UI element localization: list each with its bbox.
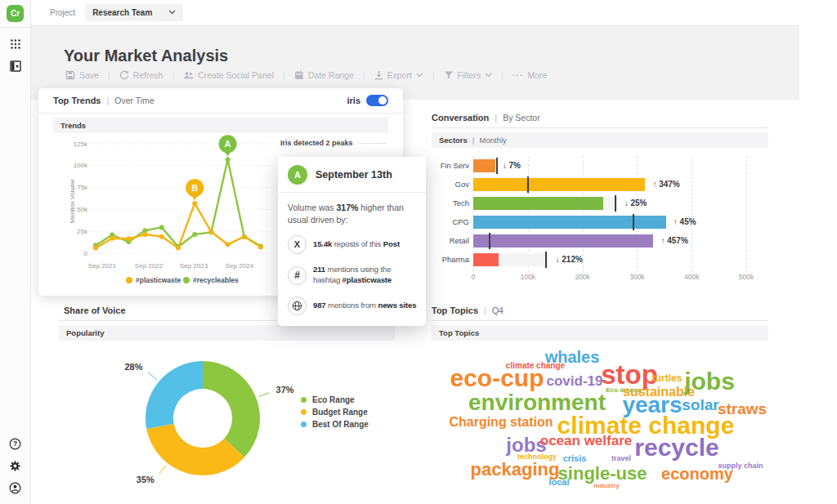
sector-axis-tick: 200k bbox=[575, 273, 589, 281]
brand-logo[interactable]: Cr bbox=[7, 5, 24, 22]
cloud-word[interactable]: crisis bbox=[563, 454, 587, 463]
legend-dot bbox=[301, 409, 307, 415]
cloud-word[interactable]: jobs bbox=[684, 369, 735, 394]
cloud-word[interactable]: single-use bbox=[558, 465, 647, 483]
export-button[interactable]: Export bbox=[374, 70, 423, 80]
legend-label: Eco Range bbox=[312, 395, 355, 404]
sector-bar[interactable] bbox=[473, 159, 495, 172]
create-social-panel-button[interactable]: Create Social Panel bbox=[183, 70, 274, 80]
data-point bbox=[93, 246, 98, 251]
sector-change-label: ↓ 25% bbox=[624, 197, 647, 210]
help-icon[interactable]: ? bbox=[9, 438, 21, 450]
refresh-button[interactable]: Refresh bbox=[119, 70, 163, 80]
cloud-word[interactable]: Charging station bbox=[449, 416, 553, 429]
donut-percent-label: 28% bbox=[124, 362, 142, 372]
donut-slice[interactable] bbox=[145, 361, 203, 429]
cloud-word[interactable]: supply chain bbox=[718, 462, 763, 470]
sector-change-label: ↑ 45% bbox=[674, 216, 696, 229]
conversation-header: Conversation By Sector bbox=[432, 113, 768, 128]
sector-label: Retail bbox=[432, 236, 469, 245]
chevron-down-icon bbox=[168, 10, 176, 15]
legend-item[interactable]: #plasticwaste bbox=[136, 276, 181, 284]
settings-icon[interactable] bbox=[9, 460, 21, 472]
cloud-word[interactable]: turtles bbox=[652, 373, 683, 383]
conversation-title: Conversation bbox=[432, 113, 503, 123]
peak-detail-popup: A September 13th Volume was 317% higher … bbox=[278, 157, 426, 326]
legend-item[interactable]: Eco Range bbox=[301, 395, 369, 404]
filter-icon bbox=[444, 70, 454, 80]
sidebar-bottom: ? bbox=[9, 438, 21, 504]
project-value: Research Team bbox=[92, 8, 152, 17]
cloud-word[interactable]: industry bbox=[593, 483, 620, 489]
legend-item[interactable]: Best Of Range bbox=[301, 420, 369, 429]
popup-item[interactable]: #211 mentions using the hashtag #plastic… bbox=[288, 265, 417, 286]
save-button[interactable]: Save bbox=[65, 70, 99, 80]
donut-label-line bbox=[148, 372, 157, 380]
sectors-strip-sub: Monthly bbox=[480, 136, 507, 145]
sector-benchmark-marker bbox=[527, 176, 529, 193]
cloud-word[interactable]: solar bbox=[682, 397, 718, 413]
project-select[interactable]: Research Team bbox=[85, 4, 183, 21]
top-topics-section: Top Topics Q4 Top Topics climate changew… bbox=[432, 306, 768, 493]
toolbar: Save | Refresh | Create Social Panel | D… bbox=[65, 70, 547, 80]
date-range-button[interactable]: Date Range bbox=[294, 70, 354, 80]
sector-bar[interactable] bbox=[473, 234, 653, 248]
toolbar-separator: | bbox=[501, 70, 504, 80]
calendar-icon bbox=[294, 70, 304, 80]
cloud-word[interactable]: environment bbox=[468, 391, 606, 414]
sector-bar-chart: Fin Serv↓ 7%Gov↑ 347%Tech↓ 25%CPG↑ 45%Re… bbox=[432, 156, 768, 287]
refresh-icon bbox=[119, 70, 129, 80]
more-button[interactable]: ··· More bbox=[512, 70, 547, 80]
trends-strip-label: Trends bbox=[60, 121, 86, 130]
apps-grid-icon[interactable] bbox=[10, 38, 21, 50]
sidebar-divider bbox=[0, 27, 30, 28]
sector-bar[interactable] bbox=[473, 216, 666, 229]
donut-slice[interactable] bbox=[203, 361, 260, 457]
topics-title: Top Topics bbox=[432, 306, 492, 315]
popup-item-text: 15.4k reposts of this Post bbox=[313, 239, 400, 250]
cloud-word[interactable]: travel bbox=[611, 455, 631, 462]
x-tick-label: Sep 2024 bbox=[226, 262, 254, 270]
sector-axis-tick: 300k bbox=[629, 273, 644, 281]
legend-item[interactable]: Budget Range bbox=[301, 408, 369, 417]
cloud-word[interactable]: packaging bbox=[471, 461, 560, 479]
sector-benchmark-marker bbox=[615, 195, 616, 212]
globe-icon bbox=[288, 297, 307, 315]
sector-row: Retail↑ 457% bbox=[432, 231, 768, 250]
cloud-word[interactable]: whales bbox=[545, 349, 600, 365]
series-line bbox=[96, 203, 261, 248]
export-icon bbox=[374, 70, 383, 80]
filters-button[interactable]: Filters bbox=[444, 70, 493, 80]
panel-collapse-icon[interactable] bbox=[10, 60, 21, 72]
data-point bbox=[143, 232, 148, 237]
iris-toggle[interactable] bbox=[366, 95, 388, 106]
sector-track: ↑ 45% bbox=[473, 216, 746, 229]
sector-benchmark-marker bbox=[489, 233, 490, 249]
more-dots-icon: ··· bbox=[512, 70, 524, 80]
top-trends-title: Top Trends bbox=[53, 96, 114, 105]
cloud-word[interactable]: recycle bbox=[634, 435, 718, 460]
sector-benchmark-marker bbox=[496, 158, 498, 174]
cloud-word[interactable]: stop bbox=[601, 361, 658, 388]
data-point bbox=[176, 246, 181, 251]
iris-label: iris bbox=[347, 96, 360, 105]
top-trends-header: Top Trends Over Time iris bbox=[38, 88, 403, 114]
sector-bar[interactable] bbox=[473, 253, 499, 266]
topics-strip: Top Topics bbox=[432, 325, 768, 341]
popup-item[interactable]: X15.4k reposts of this Post bbox=[288, 235, 417, 254]
cloud-word[interactable]: eco-cup bbox=[450, 366, 544, 390]
sector-axis-tick: 400k bbox=[684, 273, 699, 281]
account-icon[interactable] bbox=[9, 482, 21, 494]
legend-item[interactable]: #recycleables bbox=[193, 276, 239, 284]
cloud-word[interactable]: covid-19 bbox=[547, 374, 603, 388]
y-tick-label: 25k bbox=[77, 228, 88, 235]
popup-item[interactable]: 987 mentions from news sites bbox=[288, 297, 417, 315]
peak-marker-label: B bbox=[191, 183, 198, 193]
sector-bar[interactable] bbox=[473, 178, 645, 191]
sector-label: CPG bbox=[432, 217, 469, 226]
cloud-word[interactable]: ocean welfare bbox=[540, 434, 632, 448]
sector-bar[interactable] bbox=[473, 197, 603, 210]
sectors-strip-label: Sectors bbox=[439, 136, 480, 145]
topics-strip-label: Top Topics bbox=[439, 328, 479, 337]
toolbar-separator: | bbox=[172, 70, 174, 80]
